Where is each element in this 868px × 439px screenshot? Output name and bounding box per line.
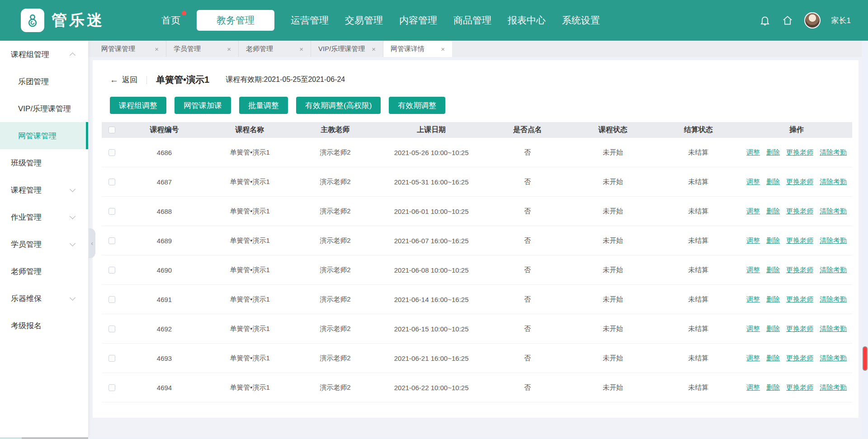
action-link-删除[interactable]: 删除	[766, 266, 780, 274]
tab-学员管理[interactable]: 学员管理 ×	[166, 41, 239, 57]
button-网管课加课[interactable]: 网管课加课	[175, 97, 231, 114]
sidebar-item-网管课管理[interactable]: 网管课管理	[0, 122, 88, 149]
action-link-清除考勤[interactable]: 清除考勤	[820, 148, 847, 157]
action-link-删除[interactable]: 删除	[766, 148, 780, 157]
action-link-删除[interactable]: 删除	[766, 236, 780, 245]
cell-rollcall: 否	[485, 383, 570, 392]
action-link-更换老师[interactable]: 更换老师	[786, 325, 813, 333]
action-link-更换老师[interactable]: 更换老师	[786, 148, 813, 157]
sidebar-item-作业管理[interactable]: 作业管理	[0, 203, 88, 231]
sidebar-item-学员管理[interactable]: 学员管理	[0, 231, 88, 258]
cell-teacher: 演示老师2	[292, 325, 378, 333]
tab-网管课管理[interactable]: 网管课管理 ×	[94, 41, 166, 57]
action-link-调整[interactable]: 调整	[746, 148, 760, 157]
action-link-删除[interactable]: 删除	[766, 295, 780, 304]
close-icon[interactable]: ×	[441, 46, 445, 52]
sidebar-item-乐器维保[interactable]: 乐器维保	[0, 285, 88, 312]
tab-网管课详情[interactable]: 网管课详情 ×	[383, 41, 452, 57]
sidebar-item-课程组管理[interactable]: 课程组管理	[0, 41, 88, 68]
action-link-更换老师[interactable]: 更换老师	[786, 207, 813, 216]
sidebar-item-考级报名[interactable]: 考级报名	[0, 312, 88, 339]
sidebar-item-班级管理[interactable]: 班级管理	[0, 149, 88, 176]
action-link-清除考勤[interactable]: 清除考勤	[820, 178, 847, 186]
avatar[interactable]	[804, 12, 821, 28]
row-checkbox[interactable]	[108, 179, 115, 185]
horizontal-scrollbar-track[interactable]	[0, 437, 868, 439]
back-button[interactable]: ← 返回	[110, 75, 137, 85]
action-link-清除考勤[interactable]: 清除考勤	[820, 354, 847, 363]
user-name[interactable]: 家长1	[831, 15, 851, 26]
nav-item-报表中心[interactable]: 报表中心	[508, 10, 546, 31]
action-link-删除[interactable]: 删除	[766, 178, 780, 186]
close-icon[interactable]: ×	[227, 46, 231, 52]
row-checkbox[interactable]	[108, 384, 115, 391]
row-checkbox[interactable]	[108, 326, 115, 332]
row-checkbox[interactable]	[108, 208, 115, 215]
action-link-调整[interactable]: 调整	[746, 295, 760, 304]
nav-item-系统设置[interactable]: 系统设置	[562, 10, 600, 31]
action-link-更换老师[interactable]: 更换老师	[786, 295, 813, 304]
action-link-清除考勤[interactable]: 清除考勤	[820, 236, 847, 245]
action-link-调整[interactable]: 调整	[746, 266, 760, 274]
music-gourd-icon	[24, 12, 41, 28]
button-有效期调整(高权限)[interactable]: 有效期调整(高权限)	[296, 97, 381, 114]
home-icon[interactable]	[782, 14, 793, 26]
nav-item-运营管理[interactable]: 运营管理	[291, 10, 329, 31]
action-link-清除考勤[interactable]: 清除考勤	[820, 295, 847, 304]
action-link-调整[interactable]: 调整	[746, 354, 760, 363]
nav-item-首页[interactable]: 首页	[161, 10, 180, 31]
close-icon[interactable]: ×	[372, 46, 376, 52]
action-link-清除考勤[interactable]: 清除考勤	[820, 266, 847, 274]
tab-老师管理[interactable]: 老师管理 ×	[239, 41, 311, 57]
close-icon[interactable]: ×	[155, 46, 159, 52]
horizontal-scrollbar-thumb[interactable]	[22, 437, 88, 439]
action-link-删除[interactable]: 删除	[766, 207, 780, 216]
sidebar-item-VIP/乐理课管理[interactable]: VIP/乐理课管理	[0, 95, 88, 122]
action-link-清除考勤[interactable]: 清除考勤	[820, 383, 847, 392]
cell-course-id: 4691	[122, 296, 207, 303]
action-link-更换老师[interactable]: 更换老师	[786, 178, 813, 186]
row-checkbox[interactable]	[108, 355, 115, 362]
action-link-更换老师[interactable]: 更换老师	[786, 354, 813, 363]
action-link-删除[interactable]: 删除	[766, 354, 780, 363]
cell-course-id: 4687	[122, 178, 207, 186]
row-checkbox[interactable]	[108, 149, 115, 156]
action-link-清除考勤[interactable]: 清除考勤	[820, 207, 847, 216]
sidebar-item-课程管理[interactable]: 课程管理	[0, 176, 88, 203]
app-logo[interactable]: 管乐迷	[21, 9, 104, 32]
sidebar-collapse-handle[interactable]: ‹	[89, 228, 95, 258]
nav-item-商品管理[interactable]: 商品管理	[453, 10, 491, 31]
bell-icon[interactable]	[759, 14, 771, 26]
close-icon[interactable]: ×	[299, 46, 303, 52]
select-all-checkbox[interactable]	[108, 127, 115, 133]
action-link-调整[interactable]: 调整	[746, 178, 760, 186]
vertical-scrollbar-thumb[interactable]	[863, 346, 868, 371]
tab-VIP/乐理课管理[interactable]: VIP/乐理课管理 ×	[311, 41, 383, 57]
button-批量调整[interactable]: 批量调整	[239, 97, 288, 114]
action-link-更换老师[interactable]: 更换老师	[786, 266, 813, 274]
nav-item-教务管理[interactable]: 教务管理	[197, 10, 274, 31]
action-link-更换老师[interactable]: 更换老师	[786, 383, 813, 392]
nav-item-内容管理[interactable]: 内容管理	[399, 10, 437, 31]
app-header: 管乐迷 首页 教务管理 运营管理 交易管理 内容管理 商品管理 报表中心 系统设…	[0, 0, 868, 41]
chevron-up-icon	[70, 52, 75, 58]
action-link-清除考勤[interactable]: 清除考勤	[820, 325, 847, 333]
action-link-调整[interactable]: 调整	[746, 207, 760, 216]
nav-item-交易管理[interactable]: 交易管理	[345, 10, 383, 31]
action-link-调整[interactable]: 调整	[746, 236, 760, 245]
action-link-删除[interactable]: 删除	[766, 383, 780, 392]
sidebar-item-乐团管理[interactable]: 乐团管理	[0, 68, 88, 95]
row-checkbox[interactable]	[108, 267, 115, 274]
row-checkbox[interactable]	[108, 237, 115, 244]
sidebar-item-老师管理[interactable]: 老师管理	[0, 258, 88, 285]
action-link-删除[interactable]: 删除	[766, 325, 780, 333]
action-link-调整[interactable]: 调整	[746, 383, 760, 392]
button-有效期调整[interactable]: 有效期调整	[389, 97, 445, 114]
button-课程组调整[interactable]: 课程组调整	[110, 97, 166, 114]
vertical-scrollbar-track[interactable]	[862, 41, 868, 439]
table-row: 4694 单簧管•演示1 演示老师2 2021-06-22 10:00~10:2…	[102, 373, 852, 402]
sidebar-item-label: 考级报名	[11, 321, 42, 331]
action-link-调整[interactable]: 调整	[746, 325, 760, 333]
row-checkbox[interactable]	[108, 296, 115, 303]
action-link-更换老师[interactable]: 更换老师	[786, 236, 813, 245]
